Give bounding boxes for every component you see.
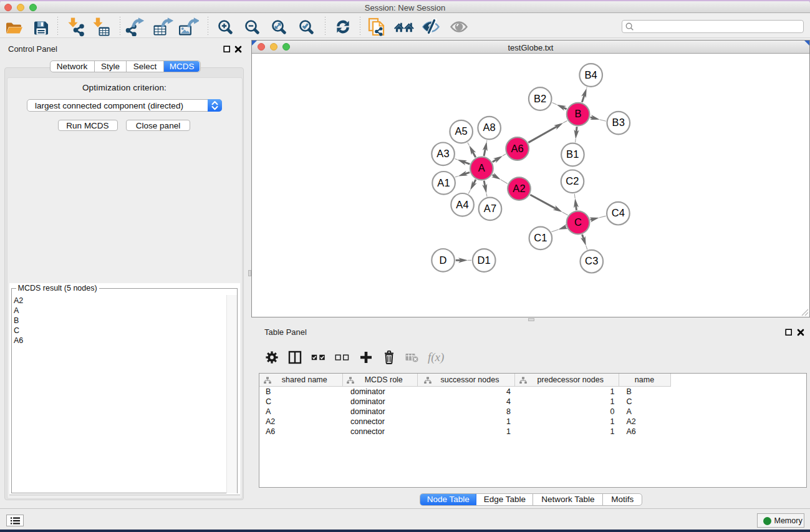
svg-text:B: B [574, 108, 581, 119]
svg-text:C3: C3 [585, 255, 599, 266]
svg-text:A4: A4 [456, 198, 469, 210]
svg-text:A2: A2 [513, 182, 526, 193]
svg-text:A7: A7 [484, 203, 497, 214]
svg-text:B1: B1 [566, 148, 579, 160]
svg-text:C1: C1 [534, 232, 547, 243]
svg-text:D1: D1 [477, 254, 491, 265]
svg-text:C4: C4 [612, 207, 625, 218]
svg-text:A8: A8 [483, 122, 496, 133]
svg-text:A3: A3 [436, 148, 450, 159]
svg-text:A6: A6 [511, 142, 524, 153]
svg-text:A1: A1 [437, 177, 450, 188]
svg-text:C: C [574, 216, 582, 228]
svg-text:B2: B2 [534, 92, 547, 104]
svg-text:B4: B4 [584, 69, 597, 80]
svg-text:D: D [440, 254, 447, 265]
svg-text:B3: B3 [612, 117, 625, 128]
svg-text:C2: C2 [566, 175, 579, 186]
svg-text:A5: A5 [455, 125, 468, 137]
svg-text:A: A [478, 162, 485, 173]
